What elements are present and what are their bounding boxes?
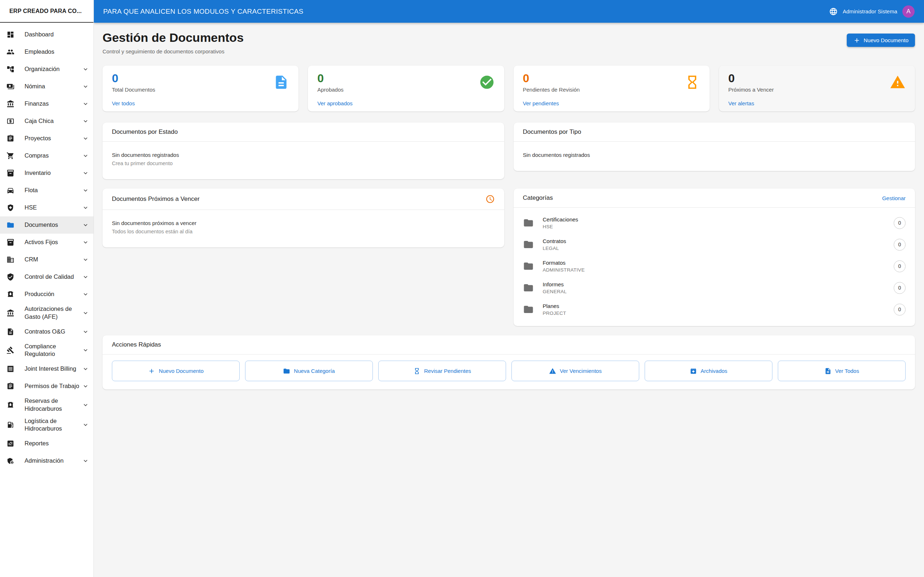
chevron-down-icon: [82, 152, 89, 160]
sidebar-item-finanzas[interactable]: Finanzas: [0, 95, 94, 113]
sidebar-item-permisos[interactable]: Permisos de Trabajo: [0, 377, 94, 395]
quick-revisar-pendientes-button[interactable]: Revisar Pendientes: [378, 361, 506, 381]
empty-state-primary: Sin documentos registrados: [523, 152, 906, 158]
sidebar-item-afe[interactable]: Autorizaciones de Gasto (AFE): [0, 303, 94, 323]
sidebar-item-flota[interactable]: Flota: [0, 182, 94, 199]
quick-ver-todos-button[interactable]: Ver Todos: [778, 361, 906, 381]
warning-icon: [549, 367, 556, 375]
sidebar-item-compliance[interactable]: Compliance Regulatorio: [0, 340, 94, 361]
quick-archivados-button[interactable]: Archivados: [645, 361, 772, 381]
sidebar-nav: Dashboard Empleados Organización Nómina …: [0, 23, 94, 469]
sidebar-item-administracion[interactable]: Administración: [0, 452, 94, 469]
empty-state-secondary: Todos los documentos están al día: [112, 229, 495, 234]
sidebar-item-control-calidad[interactable]: Control de Calidad: [0, 268, 94, 285]
folder-icon: [523, 218, 534, 228]
category-text: Planes PROJECT: [543, 303, 566, 316]
chevron-down-icon: [82, 118, 89, 125]
document-icon: [273, 74, 289, 90]
sidebar-item-activos-fijos[interactable]: Activos Fijos: [0, 234, 94, 251]
chevron-down-icon: [82, 187, 89, 194]
sidebar-item-reportes[interactable]: Reportes: [0, 435, 94, 452]
panel-grid: Documentos por Estado Sin documentos reg…: [102, 122, 915, 326]
page-header-text: Gestión de Documentos Control y seguimie…: [102, 31, 244, 55]
building-icon: [6, 256, 15, 264]
archive-icon: [690, 367, 697, 375]
category-count-badge: 0: [894, 239, 906, 251]
sidebar-header: ERP CREADO PARA CO...: [0, 0, 94, 23]
folder-icon: [523, 304, 534, 315]
chevron-down-icon: [82, 204, 89, 211]
check-circle-icon: [479, 74, 495, 90]
sidebar-item-hse[interactable]: HSE: [0, 199, 94, 216]
gavel-icon: [6, 346, 15, 354]
globe-icon[interactable]: [829, 7, 838, 16]
sidebar-item-produccion[interactable]: Producción: [0, 285, 94, 303]
chevron-down-icon: [82, 457, 89, 464]
sidebar-item-logistica[interactable]: Logística de Hidrocarburos: [0, 415, 94, 435]
sidebar-item-nomina[interactable]: Nómina: [0, 78, 94, 95]
ver-aprobados-link[interactable]: Ver aprobados: [317, 100, 353, 106]
ver-pendientes-link[interactable]: Ver pendientes: [523, 100, 559, 106]
stat-value: 0: [317, 72, 494, 85]
sidebar-item-dashboard[interactable]: Dashboard: [0, 26, 94, 43]
category-name: Formatos: [543, 259, 585, 266]
category-row-contratos[interactable]: Contratos LEGAL 0: [514, 234, 915, 255]
page-header: Gestión de Documentos Control y seguimie…: [102, 31, 915, 55]
new-document-button-label: Nuevo Documento: [864, 37, 908, 43]
sidebar-item-contratos-og[interactable]: Contratos O&G: [0, 323, 94, 340]
sidebar-item-empleados[interactable]: Empleados: [0, 43, 94, 61]
sidebar-item-label: Joint Interest Billing: [24, 365, 82, 373]
sidebar-item-caja-chica[interactable]: Caja Chica: [0, 113, 94, 130]
sidebar-item-label: Empleados: [24, 48, 89, 56]
avatar[interactable]: A: [902, 5, 914, 18]
sidebar-item-compras[interactable]: Compras: [0, 147, 94, 164]
panel-body: Sin documentos próximos a vencer Todos l…: [102, 210, 504, 247]
sidebar-item-reservas[interactable]: Reservas de Hidrocarburos: [0, 395, 94, 415]
org-tree-icon: [6, 65, 15, 73]
category-row-informes[interactable]: Informes GENERAL 0: [514, 277, 915, 298]
sidebar-item-crm[interactable]: CRM: [0, 251, 94, 268]
category-row-formatos[interactable]: Formatos ADMINISTRATIVE 0: [514, 255, 915, 277]
stat-card-vencer: 0 Próximos a Vencer Ver alertas: [719, 66, 915, 111]
category-row-planes[interactable]: Planes PROJECT 0: [514, 298, 915, 320]
sidebar-item-label: Autorizaciones de Gasto (AFE): [24, 305, 82, 321]
payments-icon: [6, 82, 15, 90]
panel-header: Documentos por Tipo: [514, 122, 915, 142]
oil-barrel-icon: [6, 290, 15, 298]
gestionar-link[interactable]: Gestionar: [882, 195, 906, 201]
app-title: ERP CREADO PARA CO...: [10, 8, 82, 15]
quick-nueva-categoria-button[interactable]: Nueva Categoría: [245, 361, 373, 381]
sidebar-item-organizacion[interactable]: Organización: [0, 61, 94, 78]
sidebar-item-label: Reservas de Hidrocarburos: [24, 397, 82, 413]
panel-title: Acciones Rápidas: [112, 341, 161, 348]
ver-alertas-link[interactable]: Ver alertas: [729, 100, 754, 106]
inventory-box-icon: [6, 239, 15, 246]
panel-header: Documentos Próximos a Vencer: [102, 189, 504, 210]
stat-label: Total Documentos: [112, 87, 289, 93]
folder-icon: [283, 367, 290, 375]
sidebar-item-label: Dashboard: [24, 31, 89, 39]
sidebar-item-jib[interactable]: Joint Interest Billing: [0, 360, 94, 377]
chevron-down-icon: [82, 383, 89, 390]
category-row-certificaciones[interactable]: Certificaciones HSE 0: [514, 212, 915, 234]
quick-nuevo-documento-button[interactable]: Nuevo Documento: [112, 361, 240, 381]
sidebar-item-proyectos[interactable]: Proyectos: [0, 130, 94, 147]
sidebar-item-label: Caja Chica: [24, 117, 82, 125]
quick-action-label: Nuevo Documento: [159, 368, 204, 374]
panel-documentos-por-tipo: Documentos por Tipo Sin documentos regis…: [514, 122, 915, 171]
quick-ver-vencimientos-button[interactable]: Ver Vencimientos: [512, 361, 639, 381]
sidebar-item-label: Documentos: [24, 221, 82, 229]
category-text: Formatos ADMINISTRATIVE: [543, 259, 585, 272]
category-list: Certificaciones HSE 0 Contratos LEGAL 0: [514, 208, 915, 326]
stat-label: Aprobados: [317, 87, 494, 93]
panel-title: Categorías: [523, 194, 553, 201]
category-type: LEGAL: [543, 246, 566, 251]
sidebar-item-documentos[interactable]: Documentos: [0, 216, 94, 234]
quick-action-label: Nueva Categoría: [294, 368, 334, 374]
health-shield-icon: [6, 204, 15, 212]
stat-label: Pendientes de Revisión: [523, 87, 700, 93]
new-document-button[interactable]: Nuevo Documento: [847, 34, 915, 47]
ver-todos-link[interactable]: Ver todos: [112, 100, 135, 106]
empty-state-primary: Sin documentos registrados: [112, 152, 495, 158]
sidebar-item-inventario[interactable]: Inventario: [0, 164, 94, 182]
